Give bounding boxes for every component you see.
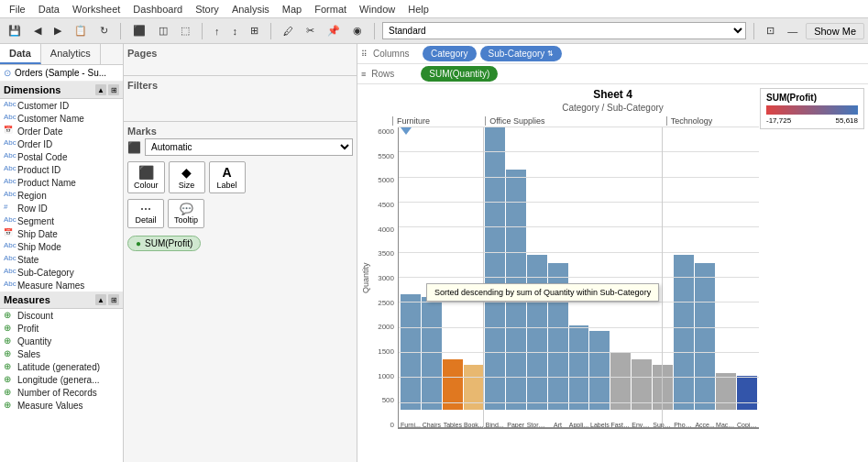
toolbar-b3[interactable]: ⬚ [176, 22, 194, 39]
dim-collapse[interactable]: ▲ [95, 84, 106, 95]
detail-button[interactable]: ⋯ Detail [127, 199, 164, 228]
dim-item-region[interactable]: AbcRegion [0, 189, 123, 202]
menu-dashboard[interactable]: Dashboard [127, 2, 188, 16]
dim-item-ship-date[interactable]: 📅Ship Date [0, 227, 123, 240]
bar-paper[interactable] [506, 170, 526, 410]
data-source-row[interactable]: ⊙ Orders (Sample - Su... [0, 65, 123, 82]
marks-buttons2: ⋯ Detail 💬 Tooltip [127, 199, 353, 228]
bar-art[interactable] [548, 263, 568, 410]
bar-acce[interactable] [695, 263, 715, 410]
tab-data[interactable]: Data [0, 44, 41, 64]
dim-item-ship-mode[interactable]: AbcShip Mode [0, 240, 123, 253]
meas-item-quantity[interactable]: ⊕Quantity [0, 335, 123, 347]
label-button[interactable]: A Label [209, 161, 246, 193]
dim-item-measure-names[interactable]: AbcMeasure Names [0, 279, 123, 292]
meas-item-sales[interactable]: ⊕Sales [0, 347, 123, 360]
toolbar-forward[interactable]: ▶ [49, 22, 66, 39]
meas-label: Latitude (generated) [17, 362, 100, 372]
toolbar-b10[interactable]: ◉ [348, 22, 367, 39]
dim-item-customer-name[interactable]: AbcCustomer Name [0, 112, 123, 125]
menu-help[interactable]: Help [402, 2, 434, 16]
menu-map[interactable]: Map [277, 2, 307, 16]
bar-envel[interactable] [632, 359, 652, 410]
toolbar-fix[interactable]: — [783, 23, 802, 39]
menu-format[interactable]: Format [309, 2, 352, 16]
data-source-label: Orders (Sample - Su... [15, 68, 106, 78]
dim-item-segment[interactable]: AbcSegment [0, 214, 123, 227]
standard-dropdown[interactable]: Standard [382, 22, 746, 39]
menu-analysis[interactable]: Analysis [226, 2, 275, 16]
dim-item-product-name[interactable]: AbcProduct Name [0, 176, 123, 189]
dim-item-product-id[interactable]: AbcProduct ID [0, 163, 123, 176]
dim-type-icon: Abc [4, 138, 15, 149]
meas-item-longitude-(genera...[interactable]: ⊕Longitude (genera... [0, 373, 123, 386]
tab-analytics[interactable]: Analytics [41, 44, 101, 64]
meas-expand[interactable]: ⊞ [108, 294, 119, 305]
menu-data[interactable]: Data [33, 2, 65, 16]
meas-item-number-of-records[interactable]: ⊕Number of Records [0, 386, 123, 399]
bar-tables[interactable] [443, 359, 463, 410]
bar-appli[interactable] [569, 325, 589, 410]
show-me-button[interactable]: Show Me [806, 23, 864, 39]
sum-profit-pill[interactable]: ● SUM(Profit) [127, 236, 201, 251]
category-pill[interactable]: Category [423, 46, 477, 61]
bar-phon[interactable] [674, 255, 694, 410]
toolbar-back[interactable]: ◀ [29, 22, 46, 39]
meas-collapse[interactable]: ▲ [95, 294, 106, 305]
bar-label-faste...: Faste... [610, 422, 631, 428]
size-button[interactable]: ◆ Size [169, 161, 205, 193]
tooltip-button[interactable]: 💬 Tooltip [168, 199, 204, 228]
dim-item-row-id[interactable]: #Row ID [0, 202, 123, 214]
bar-mach[interactable] [716, 373, 736, 410]
dim-item-order-date[interactable]: 📅Order Date [0, 125, 123, 138]
bar-furni[interactable] [401, 294, 421, 410]
meas-item-latitude-(generated)[interactable]: ⊕Latitude (generated) [0, 360, 123, 373]
toolbar-b1[interactable]: ⬛ [128, 22, 150, 39]
menu-story[interactable]: Story [190, 2, 225, 16]
top-toolbar: 💾 ◀ ▶ 📋 ↻ ⬛ ◫ ⬚ ↑ ↕ ⊞ 🖊 ✂ 📌 ◉ Standard ⊡… [0, 18, 868, 44]
sub-category-pill[interactable]: Sub-Category ⇅ [480, 46, 563, 61]
toolbar-refresh[interactable]: ↻ [95, 22, 113, 39]
dim-item-order-id[interactable]: AbcOrder ID [0, 138, 123, 150]
bar-bind[interactable] [485, 127, 505, 410]
dim-item-postal-code[interactable]: AbcPostal Code [0, 150, 123, 163]
meas-type-icon: ⊕ [4, 400, 15, 411]
toolbar-fit[interactable]: ⊡ [762, 22, 779, 39]
toolbar-save[interactable]: 💾 [4, 22, 26, 39]
meas-item-profit[interactable]: ⊕Profit [0, 322, 123, 335]
y-axis-label: Quantity [361, 127, 370, 429]
menu-worksheet[interactable]: Worksheet [67, 2, 126, 16]
toolbar-b8[interactable]: ✂ [302, 22, 319, 39]
dim-expand[interactable]: ⊞ [108, 84, 119, 95]
size-icon: ◆ [181, 165, 192, 180]
toolbar-b9[interactable]: 📌 [323, 22, 345, 39]
bar-stora[interactable] [527, 255, 547, 410]
bar-chairs[interactable] [422, 297, 442, 410]
menu-file[interactable]: File [4, 2, 31, 16]
dim-item-customer-id[interactable]: AbcCustomer ID [0, 99, 123, 112]
dim-item-state[interactable]: AbcState [0, 253, 123, 266]
bar-labels[interactable] [589, 331, 610, 410]
sum-quantity-pill[interactable]: SUM(Quantity) [421, 66, 498, 82]
y-tick: 4000 [372, 226, 394, 234]
dim-type-icon: Abc [4, 164, 15, 175]
dim-item-sub-category[interactable]: AbcSub-Category [0, 266, 123, 279]
legend-labels: -17,725 55,618 [766, 116, 858, 125]
bar-suppl[interactable] [653, 365, 673, 410]
bar-faste[interactable] [610, 353, 631, 410]
colour-button[interactable]: ⬛ Colour [127, 161, 165, 193]
toolbar-b5[interactable]: ↕ [228, 23, 243, 39]
menu-window[interactable]: Window [354, 2, 401, 16]
bar-copie[interactable] [737, 376, 757, 410]
toolbar-b4[interactable]: ↑ [210, 23, 225, 39]
meas-item-measure-values[interactable]: ⊕Measure Values [0, 399, 123, 412]
toolbar-new-ds[interactable]: 📋 [70, 22, 92, 39]
toolbar-b6[interactable]: ⊞ [246, 22, 263, 39]
meas-label: Measure Values [17, 401, 83, 411]
toolbar-b7[interactable]: 🖊 [279, 23, 298, 39]
meas-item-discount[interactable]: ⊕Discount [0, 309, 123, 322]
bar-book[interactable] [464, 365, 484, 410]
marks-type-select[interactable]: Automatic [145, 138, 353, 156]
filters-section: Filters [124, 76, 357, 122]
toolbar-b2[interactable]: ◫ [154, 22, 172, 39]
